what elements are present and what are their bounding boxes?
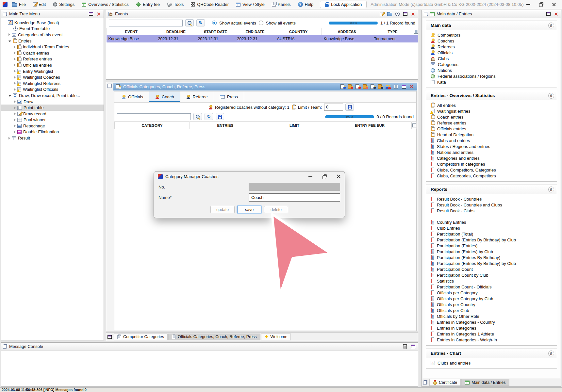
maximize-icon[interactable] xyxy=(107,335,112,339)
item-waitinglist-entries[interactable]: Waitinglist entries xyxy=(431,108,557,114)
tree-item-result[interactable]: Result xyxy=(1,135,104,141)
show-all-events-radio[interactable] xyxy=(259,21,263,25)
expand-arrow-icon[interactable] xyxy=(14,131,16,133)
menu-item-qrcode-reader[interactable]: QRCode Reader xyxy=(188,1,232,8)
item-federal-associations-regions[interactable]: Federal associations / Regions xyxy=(431,73,557,79)
tree-item-waitinglist-officials[interactable]: Waitinglist Officials xyxy=(1,87,104,93)
expand-arrow-icon[interactable] xyxy=(8,33,10,36)
expand-arrow-icon[interactable] xyxy=(14,119,16,121)
tab-press[interactable]: Press xyxy=(214,91,244,102)
item-result-book-clubs[interactable]: Result Book - Clubs xyxy=(431,208,557,214)
maximize-icon[interactable] xyxy=(403,12,407,16)
column-header-type[interactable]: TYPE xyxy=(372,28,413,35)
column-header-entries[interactable]: ENTRIES xyxy=(190,122,261,129)
item-head-of-delegation[interactable]: Head of Delegation xyxy=(431,132,557,138)
item-coaches[interactable]: Coaches xyxy=(431,38,557,44)
referee-entries-icon[interactable] xyxy=(378,84,383,89)
collapse-chevron-icon[interactable] xyxy=(548,93,554,99)
tree-item-knowledge-base-local[interactable]: Knowledge Base (local) xyxy=(1,20,104,26)
event-row[interactable]: Knowledge Base2023.12.312023.12.312023.1… xyxy=(107,35,418,42)
item-result-book-countries-and-clubs[interactable]: Result Book - Countries and Clubs xyxy=(431,202,557,208)
expand-arrow-icon[interactable] xyxy=(14,88,16,91)
new-referee-entry-icon[interactable] xyxy=(371,84,376,89)
tree-item-categories-of-this-event[interactable]: Categories of this event xyxy=(1,32,104,38)
menu-item-tools[interactable]: Tools xyxy=(164,1,187,8)
expand-arrow-icon[interactable] xyxy=(8,41,11,42)
item-entries-in-categories-country[interactable]: Entries in Categories - Country xyxy=(431,319,557,325)
tree-item-repechage[interactable]: Repechage xyxy=(1,123,104,129)
column-header-event[interactable]: EVENT xyxy=(107,28,156,35)
refresh-button[interactable] xyxy=(196,19,205,26)
close-icon[interactable] xyxy=(411,12,415,16)
expand-arrow-icon[interactable] xyxy=(14,52,16,54)
item-participation-count-by-club[interactable]: Participation Count by Club xyxy=(431,272,557,278)
column-grid-icon[interactable] xyxy=(394,85,398,89)
tree-item-draw-draw-record-point-table[interactable]: Draw, Draw record, Point table... xyxy=(1,92,104,99)
item-participation-entries[interactable]: Participation (Entries) xyxy=(431,243,557,249)
minimize-dialog-icon[interactable] xyxy=(308,174,313,179)
menu-item-view-style[interactable]: View / Style xyxy=(233,1,268,8)
menu-item-edit[interactable]: Edit xyxy=(30,1,49,8)
maximize-icon[interactable] xyxy=(546,12,551,16)
column-header-country[interactable]: COUNTRY xyxy=(275,28,322,35)
item-clubs[interactable]: Clubs xyxy=(431,56,557,61)
menu-item-file[interactable]: File xyxy=(9,1,29,8)
panel-stack-icon[interactable] xyxy=(107,84,112,88)
column-header-limit[interactable]: LIMIT xyxy=(261,122,328,129)
item-referees[interactable]: Referees xyxy=(431,44,557,50)
item-officials-per-club[interactable]: Officials per Club xyxy=(431,307,557,313)
item-entries-in-categories-1-athlete[interactable]: Entries in Categories 1 Athlete xyxy=(431,331,557,337)
expand-arrow-icon[interactable] xyxy=(14,106,16,109)
panel-stack-icon[interactable] xyxy=(423,380,427,384)
menu-item-panels[interactable]: Panels xyxy=(269,1,294,8)
minimize-window-icon[interactable] xyxy=(526,2,531,7)
item-participation-total[interactable]: Participation (Total) xyxy=(431,231,557,237)
tree-item-draw-record[interactable]: Draw record xyxy=(1,111,104,117)
expand-arrow-icon[interactable] xyxy=(14,76,16,79)
expand-arrow-icon[interactable] xyxy=(14,100,16,103)
item-entries-in-categories-weigh-in[interactable]: Entries in Categories - Weigh-In xyxy=(431,337,557,343)
tree-item-individual-team-entries[interactable]: Individual / Team Entries xyxy=(1,44,104,50)
item-referee-entries[interactable]: Referee entries xyxy=(431,120,557,126)
item-clubs-and-entries[interactable]: Clubs and entries xyxy=(431,138,557,143)
item-participation-entries-by-club[interactable]: Participation (Entries) by Club xyxy=(431,249,557,254)
column-header-address[interactable]: ADDRESS xyxy=(322,28,372,35)
column-header-deadline[interactable]: DEADLINE xyxy=(156,28,196,35)
close-window-icon[interactable] xyxy=(552,2,556,7)
item-participation-entries-by-birthday-by-club[interactable]: Participation (Entries By Birthday) by C… xyxy=(431,237,557,243)
category-search-input[interactable] xyxy=(117,113,191,120)
menu-item-overviews-statistics[interactable]: Overviews / Statistics xyxy=(78,1,132,8)
column-header-end-date[interactable]: END DATE xyxy=(235,28,275,35)
officials-entries-icon[interactable] xyxy=(348,84,353,89)
close-dialog-icon[interactable] xyxy=(337,174,341,179)
item-all-entries[interactable]: All entries xyxy=(431,102,557,108)
clear-console-icon[interactable] xyxy=(404,345,407,349)
close-icon[interactable] xyxy=(554,12,558,16)
panel-stack-icon[interactable] xyxy=(424,12,428,16)
tree-item-draw[interactable]: Draw xyxy=(1,99,104,105)
item-participation-count-officials[interactable]: Participation Count - Officials xyxy=(431,284,557,290)
close-icon[interactable] xyxy=(97,12,101,16)
tree-item-pool-winner[interactable]: Pool winner xyxy=(1,117,104,123)
edit-event-icon[interactable] xyxy=(380,12,384,16)
expand-arrow-icon[interactable] xyxy=(8,137,10,139)
item-participation-count[interactable]: Participation Count xyxy=(431,266,557,272)
collapse-chevron-icon[interactable] xyxy=(548,187,554,192)
expand-arrow-icon[interactable] xyxy=(14,46,16,48)
expand-arrow-icon[interactable] xyxy=(14,58,16,60)
tree-item-officials-entries[interactable]: Officials entries xyxy=(1,62,104,68)
tab-referee[interactable]: Referee xyxy=(180,91,214,102)
tree-item-entries[interactable]: Entries xyxy=(1,38,104,44)
column-chooser[interactable] xyxy=(412,122,417,129)
tree-item-event-timetable[interactable]: Event Timetable xyxy=(1,26,104,32)
export-button[interactable] xyxy=(216,113,224,120)
tree-item-referee-entries[interactable]: Referee entries xyxy=(1,56,104,62)
maximize-icon[interactable] xyxy=(89,12,93,16)
right-tab-main-data-entries[interactable]: Main data / Entries xyxy=(461,379,509,386)
refresh-button[interactable] xyxy=(205,113,213,120)
expand-arrow-icon[interactable] xyxy=(14,124,16,127)
expand-arrow-icon[interactable] xyxy=(14,82,16,85)
column-header-entry-fee-eur[interactable]: ENTRY FEE EUR xyxy=(328,122,412,129)
item-coach-entries[interactable]: Coach entries xyxy=(431,114,557,120)
tab-officials[interactable]: Officials xyxy=(116,91,149,102)
